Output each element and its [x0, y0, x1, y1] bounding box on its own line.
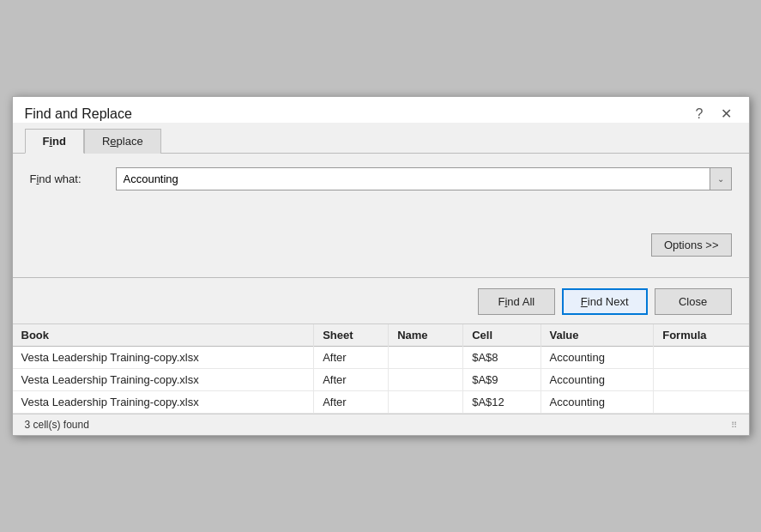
cell-book: Vesta Leadership Training-copy.xlsx — [13, 347, 314, 369]
dialog-title: Find and Replace — [25, 106, 132, 122]
options-button[interactable]: Options >> — [651, 233, 732, 257]
options-row: Options >> — [30, 233, 732, 257]
cell-formula — [654, 369, 749, 391]
cell-book: Vesta Leadership Training-copy.xlsx — [13, 391, 314, 414]
cell-value: Accounting — [541, 347, 654, 369]
cell-formula — [654, 391, 749, 414]
find-replace-dialog: Find and Replace ? ✕ Find Replace Find w… — [12, 96, 750, 436]
cell-value: Accounting — [541, 391, 654, 414]
cell-formula — [654, 347, 749, 369]
spacer — [30, 199, 732, 216]
tab-bar: Find Replace — [13, 123, 749, 153]
find-what-row: Find what: ⌄ — [30, 167, 732, 190]
find-next-button[interactable]: Find Next — [562, 288, 648, 315]
spacer2 — [30, 216, 732, 233]
results-area: Book Sheet Name Cell Value Formula Vesta… — [13, 323, 749, 414]
cell-book: Vesta Leadership Training-copy.xlsx — [13, 369, 314, 391]
tab-find[interactable]: Find — [25, 129, 84, 154]
divider — [13, 277, 749, 278]
cell-name — [389, 391, 463, 414]
resize-icon: ⠿ — [731, 420, 737, 430]
table-row[interactable]: Vesta Leadership Training-copy.xlsxAfter… — [13, 369, 749, 391]
col-cell: Cell — [463, 324, 541, 347]
find-what-label: Find what: — [30, 172, 116, 185]
cell-sheet: After — [314, 391, 389, 414]
title-bar: Find and Replace ? ✕ — [13, 97, 749, 123]
find-input-wrapper: ⌄ — [116, 167, 732, 190]
results-table: Book Sheet Name Cell Value Formula Vesta… — [13, 324, 749, 414]
title-icons: ? ✕ — [691, 106, 737, 123]
status-text: 3 cell(s) found — [25, 419, 89, 431]
tab-replace[interactable]: Replace — [84, 129, 161, 154]
buttons-row: Find All Find Next Close — [13, 285, 749, 323]
find-dropdown-button[interactable]: ⌄ — [710, 168, 731, 190]
dialog-close-button[interactable]: ✕ — [716, 106, 737, 123]
cell-value: Accounting — [541, 369, 654, 391]
cell-name — [389, 347, 463, 369]
dialog-content: Find what: ⌄ Options >> — [13, 153, 749, 270]
table-row[interactable]: Vesta Leadership Training-copy.xlsxAfter… — [13, 347, 749, 369]
col-value: Value — [541, 324, 654, 347]
cell-cell: $A$9 — [463, 369, 541, 391]
col-formula: Formula — [654, 324, 749, 347]
cell-cell: $A$8 — [463, 347, 541, 369]
status-bar: 3 cell(s) found ⠿ — [13, 414, 749, 435]
cell-cell: $A$12 — [463, 391, 541, 414]
cell-name — [389, 369, 463, 391]
find-what-input[interactable] — [117, 168, 710, 190]
help-button[interactable]: ? — [691, 106, 709, 123]
find-all-button[interactable]: Find All — [478, 288, 555, 315]
col-name: Name — [389, 324, 463, 347]
table-row[interactable]: Vesta Leadership Training-copy.xlsxAfter… — [13, 391, 749, 414]
cell-sheet: After — [314, 369, 389, 391]
table-header-row: Book Sheet Name Cell Value Formula — [13, 324, 749, 347]
close-button[interactable]: Close — [655, 288, 732, 315]
cell-sheet: After — [314, 347, 389, 369]
col-book: Book — [13, 324, 314, 347]
col-sheet: Sheet — [314, 324, 389, 347]
